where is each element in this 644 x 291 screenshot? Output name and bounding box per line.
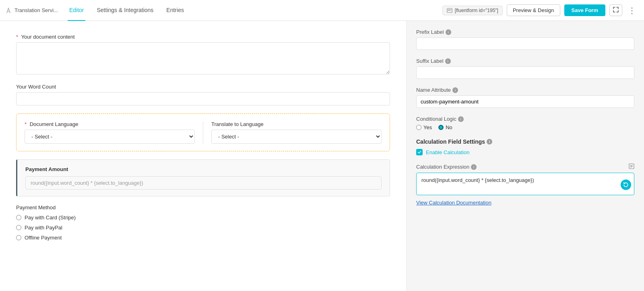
calc-expression-wrapper: round({input.word_count} * {select.to_la… xyxy=(416,173,634,196)
enable-calc-label: Enable Calculation xyxy=(426,149,469,155)
payment-amount-input[interactable] xyxy=(25,176,382,190)
reload-icon xyxy=(623,182,629,188)
name-attribute-info-icon[interactable]: i xyxy=(452,87,458,93)
language-group: * Document Language - Select - Translate… xyxy=(16,114,390,151)
suffix-section: Suffix Label i xyxy=(416,58,634,79)
document-language-col: * Document Language - Select - xyxy=(25,121,195,144)
tab-editor[interactable]: Editor xyxy=(68,0,86,21)
calc-settings-section: Calculation Field Settings i Enable Calc… xyxy=(416,138,634,155)
conditional-logic-section: Conditional Logic i Yes No xyxy=(416,116,634,130)
document-content-textarea[interactable] xyxy=(16,42,390,74)
conditional-logic-label-row: Conditional Logic i xyxy=(416,116,634,122)
document-language-select[interactable]: - Select - xyxy=(25,130,195,144)
name-attribute-label-row: Name Attribute i xyxy=(416,87,634,93)
suffix-info-icon[interactable]: i xyxy=(445,58,451,64)
payment-stripe-radio[interactable] xyxy=(16,215,21,220)
prefix-label-row: Prefix Label i xyxy=(416,29,634,35)
top-nav: Translation Servi... Editor Settings & I… xyxy=(0,0,644,21)
shortcode-text: [fluentform id="195"] xyxy=(455,8,498,13)
payment-paypal[interactable]: Pay with PayPal xyxy=(16,225,390,231)
document-content-label: * Your document content xyxy=(16,34,390,40)
document-language-label: * Document Language xyxy=(25,121,195,127)
main-layout: * Your document content Your Word Count … xyxy=(0,21,644,291)
calc-settings-header: Calculation Field Settings i xyxy=(416,138,634,145)
calc-reload-button[interactable] xyxy=(621,180,631,190)
preview-button[interactable]: Preview & Design xyxy=(507,4,560,16)
suffix-input[interactable] xyxy=(416,66,634,79)
translate-to-select[interactable]: - Select - xyxy=(211,130,382,144)
fullscreen-icon xyxy=(613,7,619,12)
prefix-info-icon[interactable]: i xyxy=(446,29,451,35)
payment-stripe[interactable]: Pay with Card (Stripe) xyxy=(16,215,390,221)
conditional-no-radio[interactable] xyxy=(438,125,444,130)
translate-to-label: Translate to Language xyxy=(211,121,382,127)
prefix-input[interactable] xyxy=(416,37,634,50)
nav-right: [fluentform id="195"] Preview & Design S… xyxy=(442,4,638,16)
prefix-section: Prefix Label i xyxy=(416,29,634,50)
view-calc-link[interactable]: View Calculation Documentation xyxy=(416,200,491,206)
shortcode-box[interactable]: [fluentform id="195"] xyxy=(442,6,503,15)
conditional-logic-options: Yes No xyxy=(416,124,634,130)
translate-to-col: Translate to Language - Select - xyxy=(211,121,382,144)
left-panel: * Your document content Your Word Count … xyxy=(0,21,407,291)
payment-amount-box: Payment Amount xyxy=(16,159,390,196)
payment-method-options: Pay with Card (Stripe) Pay with PayPal O… xyxy=(16,215,390,241)
word-count-label: Your Word Count xyxy=(16,84,390,90)
checkmark-icon xyxy=(417,150,421,154)
language-divider xyxy=(203,121,203,144)
conditional-yes[interactable]: Yes xyxy=(416,124,432,130)
payment-paypal-radio[interactable] xyxy=(16,225,21,230)
fullscreen-button[interactable] xyxy=(609,4,622,16)
payment-method-group: Payment Method Pay with Card (Stripe) Pa… xyxy=(16,204,390,241)
name-attribute-input[interactable] xyxy=(416,95,634,108)
conditional-logic-info-icon[interactable]: i xyxy=(458,116,464,122)
right-panel: Prefix Label i Suffix Label i Name Attri… xyxy=(407,21,644,291)
suffix-label-row: Suffix Label i xyxy=(416,58,634,64)
calc-expression-section: Calculation Expression i round({input.wo… xyxy=(416,163,634,206)
shortcode-icon xyxy=(447,8,452,13)
calc-expression-info-icon[interactable]: i xyxy=(471,164,477,170)
more-options-button[interactable]: ⋮ xyxy=(626,6,638,15)
word-count-input[interactable] xyxy=(16,92,390,105)
calc-expression-textarea[interactable]: round({input.word_count} * {select.to_la… xyxy=(416,173,634,195)
tab-settings[interactable]: Settings & Integrations xyxy=(95,0,155,21)
conditional-yes-radio[interactable] xyxy=(416,125,421,130)
brand-icon xyxy=(6,8,12,13)
calc-expression-expand-icon[interactable] xyxy=(629,163,634,170)
payment-amount-label: Payment Amount xyxy=(25,166,382,172)
nav-left: Translation Servi... Editor Settings & I… xyxy=(6,0,186,21)
document-content-group: * Your document content xyxy=(16,34,390,76)
conditional-no[interactable]: No xyxy=(438,124,452,130)
tab-entries[interactable]: Entries xyxy=(165,0,186,21)
enable-calc-checkbox[interactable] xyxy=(416,149,423,155)
enable-calc-row: Enable Calculation xyxy=(416,149,634,155)
save-button[interactable]: Save Form xyxy=(564,4,605,16)
word-count-group: Your Word Count xyxy=(16,84,390,105)
payment-offline-radio[interactable] xyxy=(16,235,21,240)
calc-settings-info-icon[interactable]: i xyxy=(487,139,492,144)
calc-expression-label-row: Calculation Expression i xyxy=(416,163,634,170)
name-attribute-section: Name Attribute i xyxy=(416,87,634,108)
nav-brand[interactable]: Translation Servi... xyxy=(6,7,58,13)
brand-label: Translation Servi... xyxy=(14,7,58,13)
payment-method-label: Payment Method xyxy=(16,204,390,211)
payment-offline[interactable]: Offline Payment xyxy=(16,235,390,241)
